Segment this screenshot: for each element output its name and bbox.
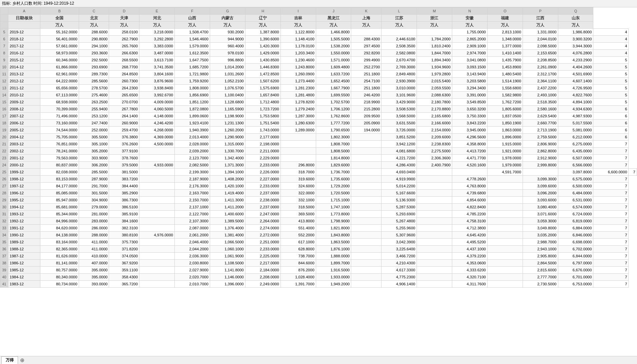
data-cell: 1,821.8000 xyxy=(316,225,351,232)
data-cell: 1,810.2400 xyxy=(417,43,452,50)
data-cell xyxy=(417,29,452,36)
data-cell: 1,753.5800 xyxy=(245,113,280,120)
table-row: 261998-1283,153.0000287.9000383.72002,18… xyxy=(0,176,637,183)
data-cell: 6,844.0000 xyxy=(558,253,593,260)
row-number: 39 xyxy=(0,267,8,274)
data-cell xyxy=(139,225,175,232)
data-cell: 4,233.2900 xyxy=(558,57,593,64)
data-cell: 2,123.7000 xyxy=(174,155,210,162)
data-cell: 303.9000 xyxy=(79,155,109,162)
data-cell xyxy=(351,176,382,183)
data-cell: 84,138.0000 xyxy=(40,232,79,239)
data-cell: 628.8000 xyxy=(280,246,316,253)
data-cell xyxy=(487,183,523,190)
col-header-anhui: 安徽 xyxy=(452,15,487,22)
data-cell: 6,574.0000 xyxy=(558,204,593,211)
col-unit-heilongjiang: 万人 xyxy=(316,22,351,29)
sheet-tab-wande[interactable]: 万得 xyxy=(1,356,18,364)
col-unit-quanguo: 万人 xyxy=(40,22,79,29)
data-cell: 1,507.6200 xyxy=(245,78,280,85)
col-letter-j: J xyxy=(316,8,351,15)
data-cell: 382.3100 xyxy=(109,225,139,232)
data-cell: 380.8100 xyxy=(109,232,139,239)
data-cell: 1,916.5000 xyxy=(316,267,351,274)
data-cell: 82,365.0000 xyxy=(40,246,79,253)
data-cell: 3,876.9600 xyxy=(139,78,175,85)
row-number: 23 xyxy=(0,155,8,162)
data-cell: 2,028.0000 xyxy=(174,141,210,148)
data-cell: 4,987.9300 xyxy=(558,113,593,120)
data-cell: 1,076.5700 xyxy=(210,85,245,92)
data-cell: 2,759.5000 xyxy=(523,134,558,141)
data-cell: 2,170.8800 xyxy=(417,106,452,113)
data-cell xyxy=(139,211,175,218)
row-number: 10 xyxy=(0,64,8,71)
row-number: 30 xyxy=(0,204,8,211)
data-cell: 358.4300 xyxy=(109,274,139,281)
data-cell: 1,647.7500 xyxy=(174,57,210,64)
col-header-zhejiang: 浙江 xyxy=(417,15,452,22)
data-cell: 4,210.4300 xyxy=(382,260,417,267)
data-cell: 2,211.0000 xyxy=(245,148,280,155)
data-cell: 367.9200 xyxy=(109,260,139,267)
corner-cell xyxy=(0,8,8,15)
data-cell: 3,992.6700 xyxy=(139,92,175,99)
data-cell: 3,466.7200 xyxy=(382,253,417,260)
data-cell: 4,726.9500 xyxy=(558,85,593,92)
table-row: 371987-1281,626.0000410.0000374.05002,03… xyxy=(0,253,637,260)
data-cell: 1,273.4400 xyxy=(280,78,316,85)
data-cell: 1,896.0000 xyxy=(487,134,523,141)
data-cell: 75,705.0000 xyxy=(40,134,79,141)
date-cell: 2010-12 xyxy=(8,92,40,99)
data-cell: 1,420.3000 xyxy=(245,43,280,50)
data-cell: 374.0500 xyxy=(109,253,139,260)
data-cell: 4,009.0000 xyxy=(139,99,175,106)
data-cell: 1,122.8000 xyxy=(280,29,316,36)
col-header-shanghai: 上海 xyxy=(351,15,382,22)
data-cell xyxy=(351,204,382,211)
date-cell: 1986-12 xyxy=(8,260,40,267)
date-cell: 2003-12 xyxy=(8,141,40,148)
data-cell: 251.1800 xyxy=(351,71,382,78)
data-cell: 2,237.0000 xyxy=(245,190,280,197)
data-cell: 1,979.0000 xyxy=(487,162,523,169)
row-number: 41 xyxy=(0,281,8,288)
data-cell: 7 xyxy=(593,197,629,204)
data-cell: 3,508.5300 xyxy=(382,106,417,113)
data-area[interactable]: A B C D E F G H I J K L M N O P Q xyxy=(0,7,637,356)
data-cell xyxy=(280,134,316,141)
data-cell: 3,804.1600 xyxy=(139,71,175,78)
date-cell: 1988-12 xyxy=(8,246,40,253)
add-sheet-button[interactable]: ⊕ xyxy=(20,357,24,363)
data-cell: 1,609.4800 xyxy=(316,64,351,71)
data-cell: 4,854.6000 xyxy=(452,197,487,204)
data-cell: 6,575.0000 xyxy=(558,176,593,183)
data-cell: 1,230.4600 xyxy=(280,57,316,64)
data-cell: 1,773.8000 xyxy=(316,211,351,218)
col-unit-zhejiang: 万人 xyxy=(417,22,452,29)
data-cell: 1,546.4600 xyxy=(174,36,210,43)
table-row: 222002-1278,241.0000305.2000377.91002,03… xyxy=(0,148,637,155)
col-letter-n: N xyxy=(452,8,487,15)
date-cell: 2011-12 xyxy=(8,85,40,92)
data-cell: 4,076.2800 xyxy=(558,50,593,57)
data-cell: 4,822.7600 xyxy=(558,92,593,99)
col-unit-fujian: 万人 xyxy=(487,22,523,29)
data-cell: 3,650.3200 xyxy=(452,106,487,113)
date-cell: 2013-12 xyxy=(8,71,40,78)
data-cell: 278.5700 xyxy=(79,85,109,92)
col-letter-k: K xyxy=(351,8,382,15)
data-cell xyxy=(417,197,452,204)
data-cell: 2,229.0000 xyxy=(245,155,280,162)
table-row: 112013-1262,961.0000289.7300264.85003,80… xyxy=(0,71,637,78)
row-number: 25 xyxy=(0,169,8,176)
col-letter-c: C xyxy=(79,8,109,15)
data-cell: 1,141.8000 xyxy=(210,267,245,274)
data-cell: 6,275.0000 xyxy=(558,141,593,148)
data-cell: 85,344.0000 xyxy=(40,211,79,218)
data-cell: 1,863.0000 xyxy=(487,127,523,134)
col-letter-a: A xyxy=(8,8,40,15)
data-cell: 7 xyxy=(593,211,629,218)
data-cell: 4,617.3300 xyxy=(382,267,417,274)
data-cell: 4 xyxy=(593,36,629,43)
